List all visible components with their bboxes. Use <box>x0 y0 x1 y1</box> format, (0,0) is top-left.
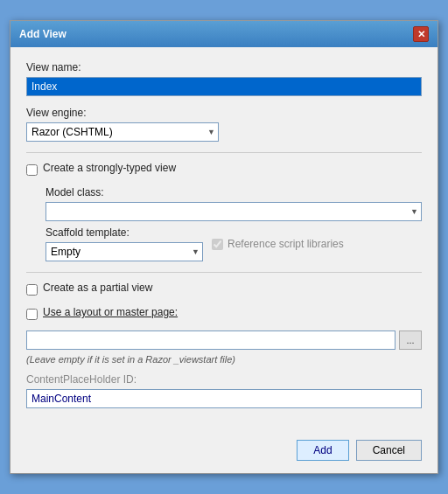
view-name-label: View name: <box>26 61 422 73</box>
dialog-title: Add View <box>19 28 66 40</box>
strongly-typed-label: Create a strongly-typed view <box>43 162 176 174</box>
divider-1 <box>26 152 422 153</box>
scaffold-template-label: Scaffold template: <box>46 226 203 239</box>
layout-input[interactable] <box>26 330 396 350</box>
partial-view-row: Create as a partial view <box>26 282 422 297</box>
content-placeholder-input[interactable] <box>26 389 422 408</box>
view-name-section: View name: <box>26 61 422 96</box>
scaffold-template-select[interactable]: Empty Create Delete Details Edit List <box>46 242 203 261</box>
layout-checkbox[interactable] <box>26 309 38 320</box>
layout-section: Use a layout or master page: ... (Leave … <box>26 306 422 408</box>
add-view-dialog: Add View ✕ View name: View engine: Razor… <box>10 20 438 474</box>
strongly-typed-row: Create a strongly-typed view <box>26 162 422 177</box>
content-placeholder-label: ContentPlaceHolder ID: <box>26 373 422 386</box>
view-engine-select-wrapper: Razor (CSHTML) ASPX ▼ <box>26 122 219 142</box>
view-name-input[interactable] <box>26 77 422 96</box>
divider-2 <box>26 272 422 273</box>
add-button[interactable]: Add <box>297 440 348 461</box>
button-row: Add Cancel <box>10 431 438 473</box>
close-button[interactable]: ✕ <box>413 26 429 42</box>
view-engine-select[interactable]: Razor (CSHTML) ASPX <box>26 122 219 142</box>
layout-label: Use a layout or master page: <box>43 306 178 318</box>
ref-script-row: Reference script libraries <box>212 238 344 250</box>
strongly-typed-section: Model class: ▼ Scaffold template: Empty … <box>46 186 422 261</box>
scaffold-select-wrapper: Empty Create Delete Details Edit List ▼ <box>46 242 203 261</box>
title-bar: Add View ✕ <box>10 21 438 47</box>
strongly-typed-checkbox[interactable] <box>26 164 38 176</box>
layout-input-row: ... <box>26 330 422 350</box>
browse-button[interactable]: ... <box>399 330 422 350</box>
view-engine-label: View engine: <box>26 107 422 119</box>
dialog-body: View name: View engine: Razor (CSHTML) A… <box>10 47 438 431</box>
scaffold-row: Scaffold template: Empty Create Delete D… <box>46 226 422 261</box>
ref-script-checkbox[interactable] <box>212 239 223 250</box>
cancel-button[interactable]: Cancel <box>356 440 422 461</box>
ref-script-label: Reference script libraries <box>228 238 344 250</box>
model-class-label: Model class: <box>46 186 422 198</box>
layout-checkbox-row: Use a layout or master page: <box>26 306 422 322</box>
model-class-select-wrapper: ▼ <box>46 202 422 221</box>
view-engine-section: View engine: Razor (CSHTML) ASPX ▼ <box>26 107 422 142</box>
model-class-select[interactable] <box>46 202 422 221</box>
layout-hint: (Leave empty if it is set in a Razor _vi… <box>26 354 422 365</box>
partial-view-checkbox[interactable] <box>26 284 38 296</box>
partial-view-label: Create as a partial view <box>43 282 152 294</box>
